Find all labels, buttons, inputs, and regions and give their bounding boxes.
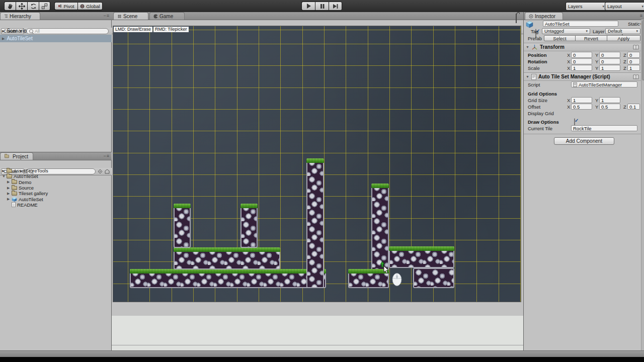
position-z-field[interactable]: [627, 52, 640, 58]
project-item-autotileset[interactable]: ▼AutoTileSet: [0, 173, 112, 179]
expand-arrow-icon[interactable]: ▶: [7, 192, 12, 196]
script-file-icon: [573, 82, 577, 87]
status-bar: [0, 350, 644, 357]
add-component-button[interactable]: Add Component: [554, 137, 614, 145]
help-book-icon[interactable]: [633, 74, 639, 79]
foldout-arrow-icon[interactable]: ▼: [526, 45, 529, 49]
tab-project[interactable]: Project: [0, 152, 33, 160]
current-tile-field[interactable]: RockTile: [571, 125, 637, 131]
panel-menu-icon[interactable]: −≡: [103, 153, 110, 158]
inspector-scrollbar[interactable]: [641, 20, 644, 350]
grid-size-y-field[interactable]: [599, 97, 620, 103]
hand-tool-button[interactable]: [4, 2, 16, 11]
mouse-cursor-icon: [383, 266, 389, 274]
expand-arrow-icon[interactable]: ▼: [2, 174, 7, 178]
playmode-group: [301, 2, 342, 11]
hierarchy-list: ▶Scenario▶AutoTileSet: [0, 27, 112, 152]
bottom-edge: [0, 357, 644, 362]
scale-tool-button[interactable]: [39, 2, 50, 11]
tile-structure-4: [306, 158, 324, 288]
global-toggle-button[interactable]: Global: [77, 2, 103, 10]
script-component-header[interactable]: ▼ Auto Tile Set Manager (Script): [524, 72, 644, 81]
grass-top: [130, 269, 326, 274]
axis-x-label: X: [567, 52, 570, 58]
tag-dropdown[interactable]: Untagged▾: [542, 28, 590, 34]
tile-structure-0: [130, 269, 326, 288]
scale-y-field[interactable]: [599, 65, 620, 71]
offset-z-field[interactable]: [627, 104, 640, 110]
prefab-select-button[interactable]: Select: [544, 35, 576, 41]
rotation-z-field[interactable]: [627, 58, 640, 64]
grid-size-x-field[interactable]: [571, 97, 592, 103]
transform-header[interactable]: ▼ Transform: [524, 43, 644, 51]
project-item-label: AutoTileSet: [14, 173, 38, 179]
axis-x-label: X: [567, 104, 570, 110]
gameobject-cube-icon: [526, 21, 533, 28]
tile-structure-8: [348, 269, 389, 288]
layer-dropdown[interactable]: Default▾: [605, 28, 640, 34]
project-item-readme[interactable]: README: [0, 202, 112, 208]
layers-dropdown[interactable]: Layers▾: [566, 2, 607, 11]
project-item-label: README: [17, 202, 38, 208]
offset-label: Offset: [528, 104, 540, 110]
prefab-revert-button[interactable]: Revert: [576, 35, 607, 41]
folder-icon: [12, 180, 17, 184]
tile-structure-3: [240, 204, 258, 248]
offset-x-field[interactable]: [571, 104, 592, 110]
panel-menu-icon[interactable]: ≡: [640, 13, 643, 18]
move-tool-button[interactable]: [16, 2, 27, 11]
scrollbar-thumb[interactable]: [642, 20, 644, 80]
layout-dropdown[interactable]: Layout▾: [605, 2, 644, 11]
hierarchy-item-scenario[interactable]: ▶Scenario: [0, 27, 112, 35]
rotation-label: Rotation: [528, 59, 547, 64]
pause-button[interactable]: [315, 2, 329, 11]
mouse-device-icon: [391, 273, 403, 287]
expand-arrow-icon[interactable]: ▶: [2, 37, 5, 41]
axis-z-label: Z: [623, 65, 626, 71]
axis-z-label: Z: [623, 52, 626, 58]
expand-arrow-icon[interactable]: ▶: [7, 180, 12, 184]
project-item-assetstoretools[interactable]: ▶AssetStoreTools: [0, 168, 112, 173]
offset-y-field[interactable]: [599, 104, 620, 110]
position-x-field[interactable]: [571, 52, 592, 58]
expand-arrow-icon[interactable]: ▶: [7, 197, 12, 201]
rotation-x-field[interactable]: [571, 58, 592, 64]
folder-icon: [12, 192, 17, 196]
hierarchy-item-autotileset[interactable]: ▶AutoTileSet: [0, 35, 112, 42]
rotation-y-field[interactable]: [599, 58, 620, 64]
help-book-icon[interactable]: [633, 45, 639, 50]
scale-z-field[interactable]: [627, 65, 640, 71]
project-item-source[interactable]: ▶Source: [0, 185, 112, 191]
foldout-arrow-icon[interactable]: ▼: [526, 75, 529, 78]
position-y-field[interactable]: [599, 52, 620, 58]
project-item-label: Source: [19, 185, 34, 191]
panel-menu-icon[interactable]: −≡: [103, 13, 110, 18]
script-object-field[interactable]: AutoTileSetManager: [571, 81, 637, 87]
project-item-demo[interactable]: ▶Demo: [0, 179, 112, 185]
expand-arrow-icon[interactable]: ▶: [7, 186, 12, 190]
scale-x-field[interactable]: [571, 65, 592, 71]
pivot-toggle-button[interactable]: Pivot: [54, 2, 77, 10]
tab-inspector[interactable]: Inspector: [525, 12, 563, 20]
step-button[interactable]: [329, 2, 342, 11]
lock-icon[interactable]: [516, 14, 517, 23]
tab-game[interactable]: Game: [149, 12, 185, 20]
tab-scene[interactable]: Scene: [113, 12, 148, 20]
axis-y-label: Y: [595, 98, 598, 103]
axis-x-label: X: [567, 65, 570, 71]
project-item-label: AutoTileSet: [19, 197, 43, 202]
project-item-tileset-gallery[interactable]: ▶Tileset gallery: [0, 191, 112, 196]
scene-viewport[interactable]: LMD: Draw/Erase RMD: Tilepicker: [113, 26, 521, 302]
project-item-autotileset[interactable]: ▶AutoTileSet: [0, 196, 112, 202]
rotate-tool-button[interactable]: [27, 2, 39, 11]
expand-arrow-icon[interactable]: ▶: [2, 169, 7, 173]
play-button[interactable]: [301, 2, 315, 11]
display-grid-label: Display Grid: [528, 111, 554, 116]
unity-editor-window: Pivot Global Layers▾ Layout▾: [0, 0, 644, 362]
prefab-apply-button[interactable]: Apply: [607, 35, 640, 41]
tab-hierarchy[interactable]: Hierarchy: [0, 12, 40, 20]
expand-arrow-icon[interactable]: ▶: [2, 29, 5, 33]
console-log-area[interactable]: [112, 316, 523, 345]
gameobject-name-field[interactable]: [543, 21, 618, 27]
project-tree: ▶AssetStoreTools▼AutoTileSet▶Demo▶Source…: [0, 168, 112, 349]
